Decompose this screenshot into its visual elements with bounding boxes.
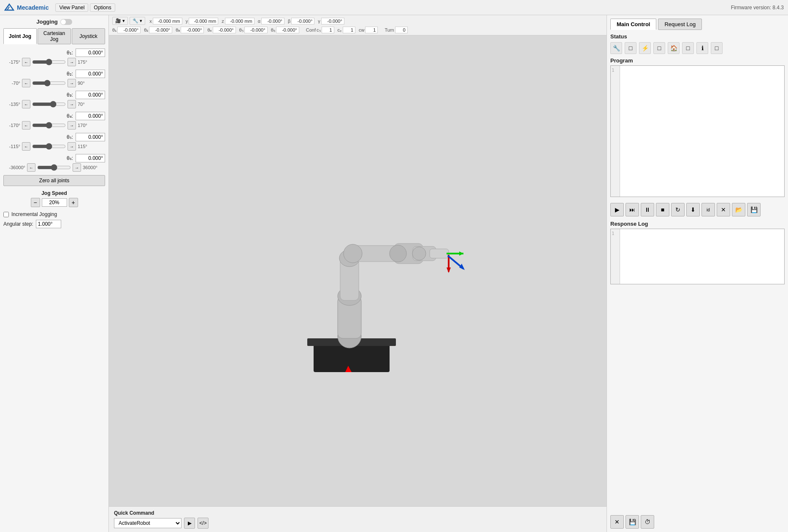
- joint-row-5: θ₅: -115° ← → 115°: [3, 133, 105, 151]
- joint-5-max: 115°: [78, 144, 95, 149]
- prog-pause-btn[interactable]: ⏸: [641, 203, 654, 216]
- prog-stop-btn[interactable]: ■: [656, 203, 669, 216]
- topbar: Mecademic View Panel Options Firmware ve…: [0, 0, 788, 15]
- status-info-btn[interactable]: ℹ: [696, 42, 708, 54]
- jogging-title: Jogging: [36, 19, 58, 25]
- coord-theta6: θ₆ -0.000°: [271, 27, 299, 33]
- prog-open-folder-btn[interactable]: 📂: [732, 203, 745, 216]
- prog-download-btn[interactable]: ⬇: [686, 203, 700, 216]
- response-section: Response Log 1: [610, 221, 785, 513]
- joint-6-slider[interactable]: [37, 164, 71, 171]
- joint-5-slider[interactable]: [32, 143, 66, 150]
- joint-2-right[interactable]: →: [68, 79, 76, 87]
- status-square-1-btn[interactable]: □: [625, 42, 636, 54]
- joint-4-slider[interactable]: [32, 122, 66, 129]
- conf-cw: cw 1: [359, 27, 378, 33]
- joint-3-right[interactable]: →: [68, 100, 76, 108]
- coord-z: z -0.000 mm: [222, 18, 255, 24]
- prog-repeat-btn[interactable]: ↻: [671, 203, 685, 216]
- prog-id-btn[interactable]: id: [701, 203, 715, 216]
- coord-theta3: θ₃ -0.000°: [176, 27, 204, 33]
- joint-3-left[interactable]: ←: [22, 100, 30, 108]
- incremental-checkbox[interactable]: [3, 212, 9, 217]
- jog-speed-decrease[interactable]: −: [31, 198, 40, 207]
- jog-speed-label: Jog Speed: [3, 190, 105, 196]
- program-label: Program: [610, 57, 785, 64]
- joint-4-input[interactable]: [76, 112, 105, 120]
- joint-6-left[interactable]: ←: [27, 163, 35, 172]
- left-panel: Jogging Joint Jog Cartesian Jog Joystick…: [0, 15, 109, 532]
- joint-1-input[interactable]: [76, 49, 105, 57]
- view-panel-button[interactable]: View Panel: [55, 3, 88, 12]
- joint-4-right[interactable]: →: [68, 121, 76, 130]
- jogging-toggle[interactable]: [60, 19, 72, 25]
- quick-command-code[interactable]: </>: [198, 518, 209, 529]
- response-label: Response Log: [610, 221, 785, 227]
- resp-save-btn[interactable]: 💾: [626, 515, 639, 529]
- tab-cartesian-jog[interactable]: Cartesian Jog: [38, 28, 71, 44]
- resp-clock-btn[interactable]: ⏱: [641, 515, 654, 529]
- coord-y: y -0.000 mm: [186, 18, 219, 24]
- joint-6-label: θ₆:: [67, 155, 73, 161]
- joint-3-input[interactable]: [76, 91, 105, 99]
- status-home-btn[interactable]: 🏠: [668, 42, 680, 54]
- incremental-row: Incremental Jogging: [3, 211, 105, 217]
- main-layout: Jogging Joint Jog Cartesian Jog Joystick…: [0, 15, 788, 532]
- joint-2-slider[interactable]: [32, 80, 66, 86]
- jog-tabs: Joint Jog Cartesian Jog Joystick: [3, 28, 105, 44]
- joint-2-left[interactable]: ←: [22, 79, 30, 87]
- quick-command-select[interactable]: ActivateRobot DeactivateRobot Home MoveJ…: [114, 518, 181, 528]
- status-square-3-btn[interactable]: □: [682, 42, 694, 54]
- app-logo: Mecademic: [4, 3, 49, 13]
- tab-joint-jog[interactable]: Joint Jog: [3, 28, 37, 44]
- options-button[interactable]: Options: [90, 3, 115, 12]
- joint-1-left[interactable]: ←: [22, 58, 30, 66]
- prog-step-btn[interactable]: ⏭: [626, 203, 639, 216]
- status-square-4-btn[interactable]: □: [711, 42, 723, 54]
- angular-step-input[interactable]: [36, 220, 61, 228]
- program-textarea[interactable]: [620, 66, 784, 197]
- response-controls: ✕ 💾 ⏱: [610, 515, 785, 529]
- prog-play-btn[interactable]: ▶: [610, 203, 624, 216]
- jog-speed-increase[interactable]: +: [69, 198, 78, 207]
- resp-close-btn[interactable]: ✕: [610, 515, 624, 529]
- response-textarea[interactable]: [620, 229, 784, 284]
- tab-main-control[interactable]: Main Control: [610, 19, 656, 30]
- conf-ce: cₑ 1: [338, 27, 356, 33]
- joint-5-input[interactable]: [76, 133, 105, 141]
- joint-2-input[interactable]: [76, 70, 105, 78]
- coord-beta: β -0.000°: [288, 18, 314, 24]
- firmware-version: Firmware version: 8.4.3: [731, 5, 784, 11]
- joint-3-slider[interactable]: [32, 101, 66, 108]
- arrow-y-head: [447, 267, 451, 273]
- tool-button[interactable]: 🔧 ▾: [130, 17, 145, 25]
- quick-command-run[interactable]: ▶: [184, 518, 195, 529]
- joint-5-left[interactable]: ←: [22, 142, 30, 151]
- status-wrench-btn[interactable]: 🔧: [610, 42, 622, 54]
- prog-close-btn[interactable]: ✕: [717, 203, 730, 216]
- joint-2-min: -70°: [3, 81, 20, 86]
- joint-2-max: 90°: [78, 81, 95, 86]
- joint-1-slider[interactable]: [32, 59, 66, 65]
- joint-row-1: θ₁: -175° ← → 175°: [3, 49, 105, 66]
- prog-save-btn[interactable]: 💾: [747, 203, 761, 216]
- jog-speed-input[interactable]: [42, 198, 67, 207]
- joint-5: [412, 247, 426, 260]
- joint-4-left[interactable]: ←: [22, 121, 30, 130]
- tab-joystick[interactable]: Joystick: [72, 28, 105, 44]
- joint-3-max: 70°: [78, 102, 95, 107]
- joint-6-right[interactable]: →: [73, 163, 81, 172]
- joint-1-right[interactable]: →: [68, 58, 76, 66]
- tab-request-log[interactable]: Request Log: [658, 19, 702, 30]
- program-line-1: 1: [612, 68, 619, 73]
- joint-5-right[interactable]: →: [68, 142, 76, 151]
- joint-6-input[interactable]: [76, 154, 105, 162]
- joint-5-min: -115°: [3, 144, 20, 149]
- status-square-2-btn[interactable]: □: [653, 42, 665, 54]
- camera-button[interactable]: 🎥 ▾: [112, 17, 128, 25]
- joint-3: [344, 244, 362, 263]
- turn-value: 0: [395, 27, 408, 33]
- status-lightning-btn[interactable]: ⚡: [639, 42, 651, 54]
- coord-theta1: θ₁ -0.000°: [112, 27, 141, 33]
- zero-all-joints-button[interactable]: Zero all joints: [3, 175, 105, 186]
